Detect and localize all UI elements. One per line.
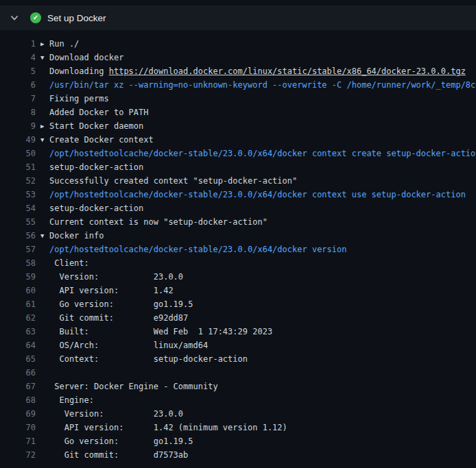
line-number[interactable]: 56 [0, 229, 36, 243]
arrow-spacer [36, 311, 49, 325]
line-number[interactable]: 58 [0, 256, 36, 270]
line-number[interactable]: 52 [0, 174, 36, 188]
log-text: Successfully created context "setup-dock… [49, 174, 476, 188]
expand-arrow-icon[interactable]: ▶ [36, 37, 49, 51]
log-text: Added Docker to PATH [49, 106, 476, 119]
log-text: API version: 1.42 (minimum version 1.12) [49, 421, 476, 434]
chevron-down-icon[interactable] [10, 13, 19, 23]
expand-arrow-icon[interactable]: ▶ [36, 119, 49, 133]
log-row: 71 Go version: go1.19.5 [0, 434, 476, 448]
line-number[interactable]: 67 [0, 380, 36, 393]
line-number[interactable]: 70 [0, 421, 36, 434]
log-text: Docker info [49, 229, 476, 243]
log-row: 58 Client: [0, 256, 476, 270]
log-row: 68 Engine: [0, 393, 476, 407]
line-number[interactable]: 53 [0, 188, 36, 201]
log-segment: setup-docker-action [49, 162, 143, 172]
log-segment: Create Docker context [49, 135, 154, 145]
arrow-spacer [36, 325, 49, 338]
line-number[interactable]: 8 [0, 106, 36, 119]
log-segment: Docker info [49, 231, 104, 241]
line-number[interactable]: 59 [0, 270, 36, 284]
line-number[interactable]: 6 [0, 78, 36, 92]
line-number[interactable]: 7 [0, 92, 36, 106]
log-text: Current context is now "setup-docker-act… [49, 215, 476, 229]
log-text: Go version: go1.19.5 [49, 297, 476, 311]
log-row: 65 Context: setup-docker-action [0, 352, 476, 366]
log-segment: Fixing perms [49, 94, 109, 103]
log-row: 66 [0, 366, 476, 380]
line-number[interactable]: 65 [0, 352, 36, 366]
line-number[interactable]: 68 [0, 393, 36, 407]
line-number[interactable]: 49 [0, 133, 36, 147]
log-row: 61 Go version: go1.19.5 [0, 297, 476, 311]
line-number[interactable]: 5 [0, 64, 36, 78]
collapse-arrow-icon[interactable]: ▼ [36, 229, 49, 243]
line-number[interactable]: 9 [0, 119, 36, 133]
log-row: 7Fixing perms [0, 92, 476, 106]
line-number[interactable]: 54 [0, 201, 36, 215]
arrow-spacer [36, 256, 49, 270]
log-text: Server: Docker Engine - Community [49, 380, 476, 393]
log-link[interactable]: https://download.docker.com/linux/static… [109, 66, 466, 76]
log-text: OS/Arch: linux/amd64 [49, 338, 476, 352]
log-text: Create Docker context [49, 133, 476, 147]
log-text: Run ./ [49, 37, 476, 51]
line-number[interactable]: 60 [0, 284, 36, 297]
log-command: /opt/hostedtoolcache/docker-stable/23.0.… [49, 190, 466, 199]
line-number[interactable]: 69 [0, 407, 36, 421]
line-number[interactable]: 72 [0, 448, 36, 462]
log-segment: Successfully created context "setup-dock… [49, 176, 297, 186]
log-group-header-row[interactable]: 1▶Run ./ [0, 37, 476, 51]
line-number[interactable]: 4 [0, 51, 36, 64]
log-row: 67 Server: Docker Engine - Community [0, 380, 476, 393]
step-header[interactable]: ✓ Set up Docker [0, 5, 476, 30]
log-segment: setup-docker-action [49, 204, 143, 213]
log-text: /opt/hostedtoolcache/docker-stable/23.0.… [49, 243, 476, 256]
line-number[interactable]: 61 [0, 297, 36, 311]
line-number[interactable]: 50 [0, 147, 36, 160]
line-number[interactable]: 66 [0, 366, 36, 380]
arrow-spacer [36, 352, 49, 366]
collapse-arrow-icon[interactable]: ▼ [36, 51, 49, 64]
arrow-spacer [36, 160, 49, 174]
arrow-spacer [36, 338, 49, 352]
arrow-spacer [36, 64, 49, 78]
log-segment: Start Docker daemon [49, 121, 143, 131]
arrow-spacer [36, 215, 49, 229]
log-segment: API version: 1.42 [49, 286, 174, 295]
arrow-spacer [36, 380, 49, 393]
log-row: 57/opt/hostedtoolcache/docker-stable/23.… [0, 243, 476, 256]
log-command: /opt/hostedtoolcache/docker-stable/23.0.… [49, 149, 476, 158]
log-group-header-row[interactable]: 56▼Docker info [0, 229, 476, 243]
log-command: /usr/bin/tar xz --warning=no-unknown-key… [49, 80, 476, 90]
log-row: 51setup-docker-action [0, 160, 476, 174]
log-text: Git commit: d7573ab [49, 448, 476, 462]
line-number[interactable]: 71 [0, 434, 36, 448]
log-segment: Context: setup-docker-action [49, 354, 248, 364]
log-text [49, 366, 476, 380]
log-segment: Version: 23.0.0 [49, 272, 183, 282]
log-segment: Client: [49, 258, 89, 268]
line-number[interactable]: 51 [0, 160, 36, 174]
arrow-spacer [36, 201, 49, 215]
log-row: 70 API version: 1.42 (minimum version 1.… [0, 421, 476, 434]
log-group-header-row[interactable]: 4▼Download docker [0, 51, 476, 64]
log-group-header-row[interactable]: 9▶Start Docker daemon [0, 119, 476, 133]
log-row: 6/usr/bin/tar xz --warning=no-unknown-ke… [0, 78, 476, 92]
log-row: 55Current context is now "setup-docker-a… [0, 215, 476, 229]
line-number[interactable]: 63 [0, 325, 36, 338]
line-number[interactable]: 64 [0, 338, 36, 352]
arrow-spacer [36, 448, 49, 462]
arrow-spacer [36, 421, 49, 434]
log-row: 52Successfully created context "setup-do… [0, 174, 476, 188]
log-group-header-row[interactable]: 49▼Create Docker context [0, 133, 476, 147]
log-row: 50/opt/hostedtoolcache/docker-stable/23.… [0, 147, 476, 160]
line-number[interactable]: 62 [0, 311, 36, 325]
line-number[interactable]: 57 [0, 243, 36, 256]
collapse-arrow-icon[interactable]: ▼ [36, 133, 49, 147]
line-number[interactable]: 55 [0, 215, 36, 229]
line-number[interactable]: 1 [0, 37, 36, 51]
log-segment: Current context is now "setup-docker-act… [49, 217, 267, 227]
log-segment: Run ./ [49, 39, 79, 49]
